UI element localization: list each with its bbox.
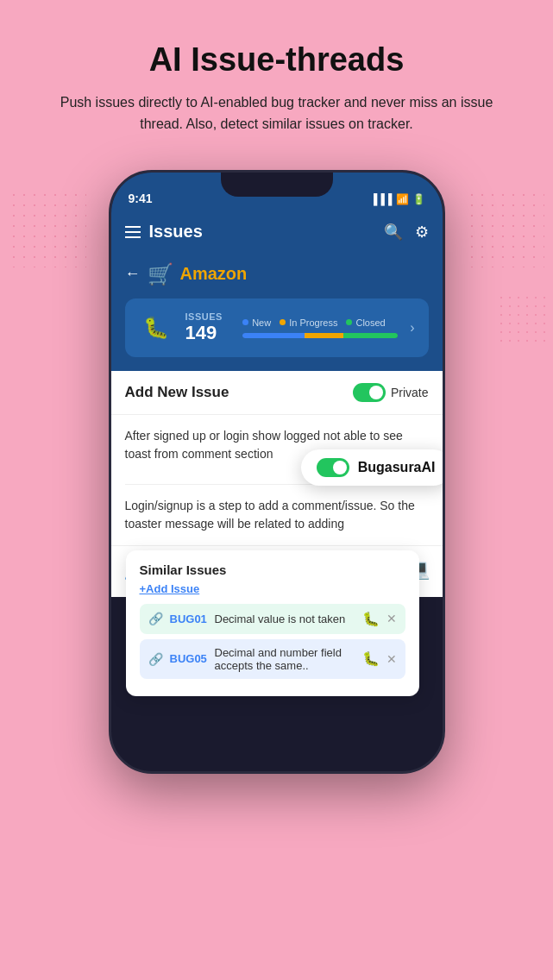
legend-closed: Closed [346,317,385,328]
private-toggle[interactable] [353,383,386,402]
issues-inner[interactable]: 🐛 ISSUES 149 New [125,298,429,357]
closed-dot [346,319,352,325]
bug-desc-2: Decimal and number field accepts the sam… [215,646,355,672]
new-dot [242,319,248,325]
inprogress-dot [280,319,286,325]
filter-icon[interactable]: ⚙ [415,223,429,242]
issue-text-2[interactable]: Login/signup is a step to add a comment/… [125,497,429,533]
bug-icon: 🐛 [139,311,173,345]
bug-desc-1: Decimal value is not taken [215,612,355,625]
bugasura-label: BugasuraAI [358,460,436,475]
issues-stats: ISSUES 149 [185,311,231,344]
nav-bar-left: Issues [125,222,203,242]
page-subtitle: Push issues directly to AI-enabled bug t… [0,92,553,161]
bugasura-popup: BugasuraAI [301,449,445,486]
progress-closed [343,333,398,338]
legend-inprogress: In Progress [280,317,337,328]
similar-issues-box: Similar Issues +Add Issue 🔗 BUG01 Decima… [126,550,419,696]
bug-emoji-1: 🐛 [362,611,380,627]
similar-issue-row-1[interactable]: 🔗 BUG01 Decimal value is not taken 🐛 ✕ [140,604,405,634]
bug-id-2: BUG05 [170,652,208,665]
wifi-icon: 📶 [396,193,409,205]
private-label: Private [391,386,429,399]
project-emoji: 🛒 [148,262,173,286]
closed-label: Closed [355,317,385,328]
status-time: 9:41 [129,192,153,205]
signal-icon: ▐▐▐ [370,193,393,205]
progress-new [242,333,305,338]
add-issue-bar: Add New Issue Private [111,371,443,415]
nav-bar-right: 🔍 ⚙ [384,223,429,242]
battery-icon: 🔋 [412,193,425,205]
issue-text-area-1: After signed up or login show logged not… [111,415,443,484]
project-name: Amazon [180,264,248,284]
issues-card: 🐛 ISSUES 149 New [111,298,443,371]
issues-chart-area: New In Progress Closed [242,317,398,338]
add-issue-link[interactable]: +Add Issue [140,582,405,595]
amazon-bar: ← 🛒 Amazon [111,254,443,298]
phone-relative: 9:41 ▐▐▐ 📶 🔋 Issues 🔍 ⚙ [109,170,445,774]
issues-legend: New In Progress Closed [242,317,398,328]
bug-id-1: BUG01 [170,612,208,625]
issue-text-area-2: Login/signup is a step to add a comment/… [111,485,443,545]
back-arrow-icon[interactable]: ← [125,265,141,283]
issues-count: 149 [185,322,231,344]
inprogress-label: In Progress [289,317,337,328]
new-label: New [252,317,271,328]
notch [221,173,333,197]
nav-title: Issues [149,222,203,242]
bug-emoji-2: 🐛 [362,650,380,667]
phone-wrapper: 9:41 ▐▐▐ 📶 🔋 Issues 🔍 ⚙ [0,170,553,774]
legend-new: New [242,317,271,328]
similar-issue-row-2[interactable]: 🔗 BUG05 Decimal and number field accepts… [140,639,405,679]
private-row: Private [353,383,429,402]
search-icon[interactable]: 🔍 [384,223,403,242]
link-icon-2: 🔗 [148,652,163,666]
page-title: AI Issue-threads [0,0,553,92]
progress-inprogress [305,333,343,338]
chevron-right-icon: › [410,320,414,336]
link-icon-1: 🔗 [148,612,163,625]
progress-bar [242,333,398,338]
add-issue-title: Add New Issue [125,384,229,401]
nav-bar: Issues 🔍 ⚙ [111,210,443,254]
issues-label: ISSUES [185,311,231,322]
similar-issues-title: Similar Issues [140,562,405,577]
bugasura-toggle[interactable] [317,458,349,477]
status-icons: ▐▐▐ 📶 🔋 [370,193,425,205]
hamburger-menu[interactable] [125,226,141,238]
close-bug-2[interactable]: ✕ [386,652,397,666]
close-bug-1[interactable]: ✕ [386,612,397,625]
